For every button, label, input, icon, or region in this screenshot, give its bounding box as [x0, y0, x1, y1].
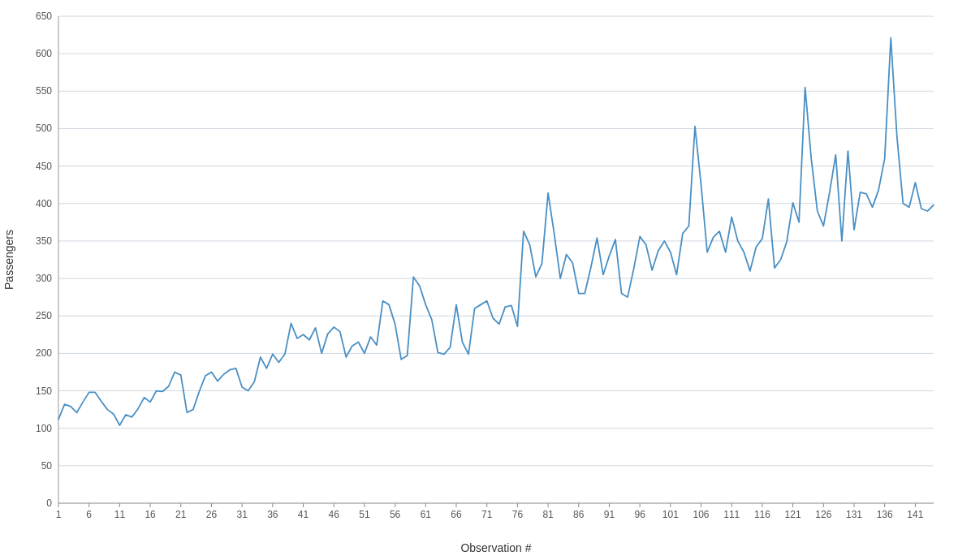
svg-text:141: 141 [907, 509, 923, 520]
svg-text:200: 200 [36, 347, 52, 359]
svg-text:131: 131 [846, 509, 862, 520]
svg-text:11: 11 [114, 509, 126, 520]
svg-text:76: 76 [512, 509, 524, 520]
svg-text:150: 150 [36, 386, 52, 397]
svg-text:81: 81 [542, 509, 554, 520]
svg-text:16: 16 [145, 509, 156, 520]
svg-text:250: 250 [36, 310, 52, 321]
svg-text:350: 350 [36, 235, 52, 247]
svg-text:126: 126 [815, 509, 831, 520]
svg-text:100: 100 [36, 423, 52, 434]
svg-text:600: 600 [36, 48, 52, 59]
svg-text:36: 36 [267, 509, 278, 520]
svg-text:91: 91 [604, 509, 615, 520]
svg-text:61: 61 [421, 509, 432, 520]
svg-text:0: 0 [46, 498, 52, 509]
line-chart: 0501001502002503003504004505005506006501… [0, 0, 958, 560]
chart-container: 0501001502002503003504004505005506006501… [0, 0, 958, 560]
svg-text:66: 66 [451, 509, 462, 520]
svg-text:71: 71 [481, 509, 493, 520]
svg-text:111: 111 [723, 509, 740, 520]
svg-text:50: 50 [41, 460, 53, 472]
svg-rect-1 [58, 16, 934, 503]
svg-text:106: 106 [693, 509, 710, 520]
svg-text:136: 136 [877, 509, 893, 520]
svg-text:96: 96 [634, 509, 645, 520]
svg-text:300: 300 [36, 273, 52, 284]
svg-text:56: 56 [390, 509, 401, 520]
svg-text:116: 116 [754, 509, 770, 520]
svg-text:450: 450 [36, 161, 52, 172]
svg-text:Passengers: Passengers [2, 230, 15, 290]
svg-text:46: 46 [329, 509, 340, 520]
svg-text:650: 650 [36, 11, 52, 22]
svg-text:121: 121 [785, 509, 801, 520]
svg-text:86: 86 [573, 509, 585, 520]
svg-text:21: 21 [175, 509, 187, 520]
svg-text:26: 26 [206, 509, 218, 520]
svg-text:550: 550 [36, 85, 52, 97]
svg-text:1: 1 [56, 509, 62, 520]
svg-text:400: 400 [36, 198, 52, 209]
svg-text:101: 101 [662, 509, 679, 520]
svg-text:6: 6 [86, 509, 92, 520]
svg-text:31: 31 [236, 509, 248, 520]
svg-text:Observation #: Observation # [460, 541, 531, 554]
svg-text:500: 500 [36, 123, 52, 134]
svg-text:41: 41 [298, 509, 309, 520]
svg-text:51: 51 [359, 509, 370, 520]
